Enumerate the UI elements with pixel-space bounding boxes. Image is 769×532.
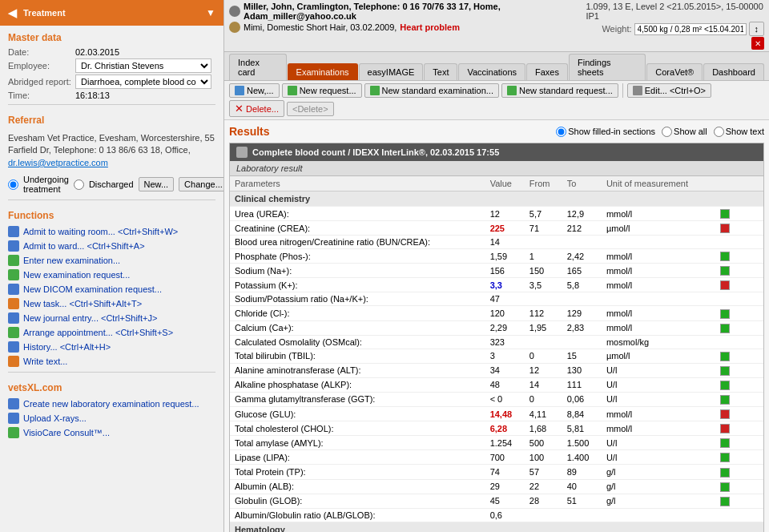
sidebar-func-item[interactable]: New task... <Ctrl+Shift+Alt+T> [0,296,223,311]
new-request-button[interactable]: New request... [282,83,362,98]
sidebar-func-item[interactable]: VisioCare Consult™... [0,425,223,440]
indicator [720,324,730,333]
sidebar-func-item[interactable]: Upload X-rays... [0,411,223,425]
sidebar-func-item[interactable]: Admit to ward... <Ctrl+Shift+A> [0,239,223,253]
col-value: Value [485,176,525,191]
from-cell: 0 [525,392,562,406]
tab-coravet[interactable]: CoraVet® [646,63,703,80]
sidebar-func-item[interactable]: Write text... [0,354,223,369]
from-cell: 1,68 [525,421,562,436]
dicom-icon [8,284,19,295]
discharged-radio[interactable] [74,179,84,190]
new-standard-exam-button[interactable]: New standard examination... [364,83,499,98]
from-cell: 100 [525,450,562,465]
show-filled-label[interactable]: Show filled-in sections [556,127,655,137]
from-cell [525,236,562,249]
param-cell: Urea (UREA): [230,207,485,221]
sidebar-func-item[interactable]: New examination request... [0,268,223,282]
vetsx-title: vetsXL.com [0,376,223,397]
unit-cell: U/l [602,392,715,406]
to-cell: 165 [562,264,602,278]
delete-button[interactable]: ✕ Delete... [229,100,284,117]
tab-dashboard[interactable]: Dashboard [703,63,764,80]
undergoing-treatment-label: Undergoing treatment [23,175,69,194]
tab-faxes[interactable]: Faxes [526,63,568,80]
sidebar-func-item[interactable]: Arrange appointment... <Ctrl+Shift+S> [0,325,223,340]
new-button[interactable]: New,... [229,83,280,98]
edit-button[interactable]: Edit... <Ctrl+O> [627,83,711,98]
bar-cell [715,278,763,292]
func-label: Arrange appointment... <Ctrl+Shift+S> [23,328,173,337]
tab-index-card[interactable]: Index card [229,54,287,80]
abridged-select[interactable]: Diarrhoea, complete blood count [75,75,211,89]
func-label: Create new laboratory examination reques… [23,399,199,409]
indicator [720,409,730,419]
table-row: Sodium (Na+): 156 150 165 mmol/l [230,264,763,278]
sidebar-func-item[interactable]: New journal entry... <Ctrl+Shift+J> [0,311,223,325]
unit-cell: U/l [602,377,715,392]
patient-row-1: Miller, John, Cramlington, Telephone: 0 … [229,2,586,21]
section-name: Clinical chemistry [230,191,763,207]
value-cell: 225 [485,221,525,236]
bar-cell [715,306,763,320]
show-filled-radio[interactable] [556,127,566,137]
bar-cell [715,450,763,465]
undergoing-treatment-radio[interactable] [8,179,18,190]
results-area: Results Show filled-in sections Show all… [224,120,769,532]
change-referral-button[interactable]: Change... [179,177,224,191]
show-text-radio[interactable] [714,127,724,137]
show-text-label[interactable]: Show text [714,127,764,137]
param-cell: Phosphate (Phos-): [230,249,485,264]
show-all-radio[interactable] [662,127,672,137]
indicator [720,252,730,261]
new-request-icon [288,86,297,95]
new-referral-button[interactable]: New... [139,177,175,191]
new-standard-request-button[interactable]: New standard request... [501,83,618,98]
tab-easyimage[interactable]: easyIMAGE [359,63,424,80]
sidebar-func-item[interactable]: Admit to waiting room... <Ctrl+Shift+W> [0,224,223,239]
indicator [720,352,730,361]
to-cell: 12,9 [562,207,602,221]
col-to: To [562,176,602,191]
from-cell: 14 [525,377,562,392]
unit-cell: mmol/l [602,278,715,292]
bar-cell [715,465,763,479]
from-cell: 500 [525,436,562,450]
indicator [720,224,730,233]
arrow-left-icon[interactable]: ◀ [8,6,17,19]
appointment-icon [8,327,19,338]
param-cell: Chloride (Cl-): [230,306,485,320]
tab-examinations[interactable]: Examinations [288,63,358,80]
sidebar-func-item[interactable]: History... <Ctrl+Alt+H> [0,340,223,354]
tab-findings-sheets[interactable]: Findings sheets [569,54,646,80]
to-cell [562,236,602,249]
sidebar-func-item[interactable]: Enter new examination... [0,253,223,268]
close-button[interactable]: ✕ [751,37,764,50]
weight-input[interactable] [634,23,747,35]
show-all-label[interactable]: Show all [662,127,707,137]
treatment-status-row: Undergoing treatment Discharged New... C… [0,172,223,196]
toolbar-separator [622,83,623,98]
bar-cell [715,421,763,436]
sidebar-func-item[interactable]: New DICOM examination request... [0,282,223,296]
main-content: Miller, John, Cramlington, Telephone: 0 … [224,0,769,532]
patient-row-2: Mimi, Domestic Short Hair, 03.02.2009, H… [229,22,586,33]
param-cell: Total amylase (AMYL): [230,436,485,450]
bar-cell [715,349,763,363]
delete-key-button[interactable]: <Delete> [287,102,334,116]
tab-vaccinations[interactable]: Vaccinations [458,63,525,80]
heart-problem-label: Heart problem [400,22,460,32]
weight-arrows-button[interactable]: ↕ [749,22,765,36]
arrow-down-icon[interactable]: ▼ [206,7,215,18]
bar-cell [715,264,763,278]
referral-link[interactable]: dr.lewis@vetpractice.com [8,158,108,167]
table-row: Phosphate (Phos-): 1,59 1 2,42 mmol/l [230,249,763,264]
bar-cell [715,494,763,508]
col-from: From [525,176,562,191]
tab-text[interactable]: Text [424,63,457,80]
func-label: New task... <Ctrl+Shift+Alt+T> [23,299,142,308]
employee-select[interactable]: Dr. Christian Stevens [75,58,211,73]
sidebar-func-item[interactable]: Create new laboratory examination reques… [0,397,223,411]
to-cell: 111 [562,377,602,392]
indicator [720,381,730,390]
